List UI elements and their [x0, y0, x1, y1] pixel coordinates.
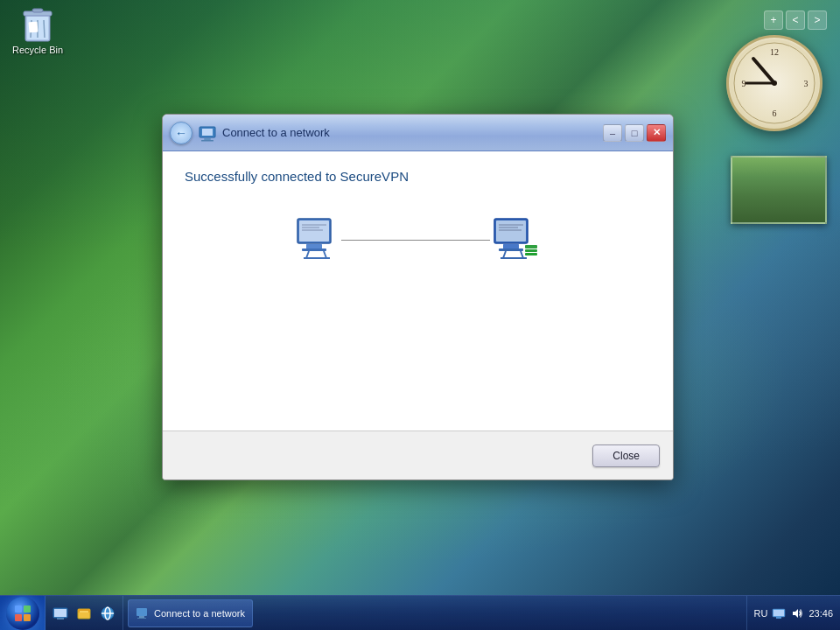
dialog-window-controls: – □ ✕: [603, 124, 666, 142]
svg-line-13: [753, 59, 774, 83]
start-button[interactable]: [0, 596, 46, 631]
sidebar-add-button[interactable]: +: [764, 10, 783, 30]
recycle-bin-graphic: [20, 4, 55, 43]
clock-widget: 12 3 6 9: [726, 35, 822, 131]
svg-rect-52: [54, 609, 66, 617]
network-diagram: [185, 206, 651, 274]
taskbar-connect-label: Connect to a network: [154, 608, 245, 619]
svg-rect-27: [302, 248, 326, 251]
system-tray: RU 23:46: [746, 596, 840, 630]
svg-rect-44: [525, 245, 537, 248]
svg-rect-61: [139, 616, 144, 618]
svg-rect-16: [732, 158, 827, 224]
svg-rect-47: [15, 606, 22, 612]
recycle-bin-icon[interactable]: Recycle Bin: [7, 4, 68, 55]
svg-rect-62: [137, 618, 146, 619]
svg-rect-25: [299, 220, 329, 242]
svg-point-17: [732, 188, 794, 224]
svg-point-18: [767, 197, 827, 224]
sidebar-next-button[interactable]: >: [808, 10, 827, 30]
taskbar-network-icon: [136, 607, 150, 620]
sidebar-prev-button[interactable]: <: [786, 10, 805, 30]
svg-rect-22: [204, 138, 211, 140]
tray-network-icon[interactable]: [772, 606, 786, 620]
svg-rect-19: [732, 210, 827, 224]
dialog-titlebar: ← Connect to a network – □ ✕: [163, 115, 673, 151]
sidebar-buttons: + < >: [764, 10, 827, 30]
connection-line: [341, 240, 490, 241]
windows-logo: [13, 604, 32, 623]
dialog-title: Connect to a network: [222, 126, 603, 139]
desktop: Recycle Bin + < > 12 3 6 9: [0, 0, 840, 630]
svg-rect-3: [32, 9, 43, 12]
dialog-maximize-button[interactable]: □: [625, 124, 644, 142]
svg-rect-35: [496, 220, 526, 242]
svg-text:3: 3: [804, 79, 808, 88]
recycle-bin-label: Recycle Bin: [12, 45, 63, 55]
show-desktop-icon[interactable]: [50, 603, 71, 624]
connect-to-network-dialog: ← Connect to a network – □ ✕ Successfull…: [162, 114, 674, 480]
svg-rect-23: [201, 140, 214, 142]
svg-line-32: [324, 251, 326, 258]
language-indicator: RU: [754, 608, 768, 619]
photo-svg: [732, 158, 827, 224]
svg-rect-26: [306, 244, 322, 248]
svg-point-15: [772, 80, 777, 86]
vpn-computer-icon: [490, 214, 542, 265]
dialog-footer: Close: [163, 431, 673, 480]
dialog-content: Successfully connected to SecureVPN: [163, 151, 673, 431]
svg-text:12: 12: [770, 47, 779, 57]
svg-rect-7: [28, 22, 38, 33]
svg-rect-60: [136, 608, 147, 616]
taskbar-clock: 23:46: [808, 608, 833, 619]
dialog-close-button[interactable]: ✕: [647, 124, 666, 142]
taskbar-item-connect-to-network[interactable]: Connect to a network: [128, 599, 253, 627]
svg-rect-64: [774, 610, 784, 616]
svg-rect-37: [499, 248, 523, 251]
svg-rect-21: [202, 129, 213, 136]
svg-rect-56: [80, 611, 88, 612]
svg-text:6: 6: [773, 108, 777, 118]
svg-line-31: [306, 251, 309, 258]
svg-rect-49: [15, 614, 22, 621]
photo-widget: [731, 156, 827, 224]
dialog-back-button[interactable]: ←: [170, 122, 192, 144]
local-computer-icon: [293, 214, 341, 265]
svg-rect-65: [776, 617, 781, 619]
svg-rect-53: [57, 618, 64, 620]
svg-rect-50: [24, 614, 31, 621]
tray-volume-icon[interactable]: [790, 606, 804, 620]
success-message: Successfully connected to SecureVPN: [185, 169, 651, 184]
clock-svg: 12 3 6 9: [731, 39, 818, 127]
taskbar: Connect to a network RU: [0, 595, 840, 630]
svg-line-41: [503, 251, 506, 258]
internet-explorer-icon[interactable]: [97, 603, 118, 624]
dialog-minimize-button[interactable]: –: [603, 124, 622, 142]
taskbar-items: Connect to a network: [123, 596, 746, 630]
quick-launch: [46, 596, 123, 630]
svg-marker-66: [793, 609, 798, 618]
network-icon: [198, 123, 217, 143]
svg-rect-48: [24, 606, 31, 612]
svg-rect-45: [525, 249, 537, 252]
svg-rect-46: [525, 253, 537, 256]
start-orb: [6, 597, 39, 630]
windows-explorer-icon[interactable]: [74, 603, 94, 624]
svg-line-6: [44, 20, 45, 38]
clock-face: 12 3 6 9: [726, 35, 822, 131]
dialog-close-action-button[interactable]: Close: [592, 444, 660, 467]
svg-line-42: [521, 251, 523, 258]
svg-rect-36: [503, 244, 519, 248]
